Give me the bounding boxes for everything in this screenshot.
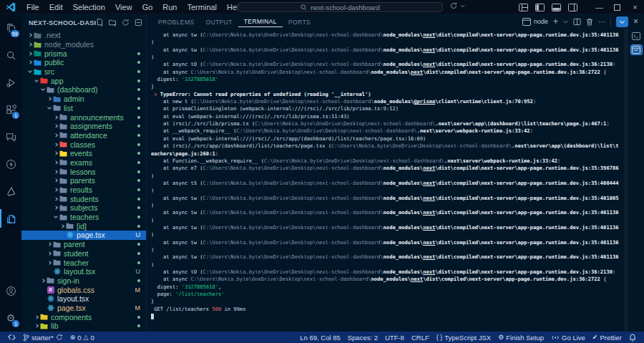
sync-dropdown-icon[interactable]: [449, 1, 458, 10]
new-file-icon[interactable]: [96, 19, 104, 26]
tree-item-lessons[interactable]: lessons: [21, 167, 146, 176]
new-terminal-button[interactable]: +: [553, 16, 558, 26]
tree-item-node_modules[interactable]: node_modules: [21, 40, 146, 49]
sync-icon[interactable]: [56, 334, 63, 341]
panel-tab-ports[interactable]: PORTS: [283, 16, 316, 27]
tree-item-attendance[interactable]: attendance: [21, 131, 146, 140]
account-icon[interactable]: [0, 277, 21, 304]
remote-indicator[interactable]: [4, 332, 19, 343]
menu-file[interactable]: File: [21, 3, 44, 11]
prettier-status[interactable]: ✔ Prettier: [589, 332, 625, 343]
command-center-search[interactable]: next-school-dashboard: [238, 2, 443, 12]
tree-item-classes[interactable]: classes: [21, 140, 146, 149]
terminal-instance-powershell-icon[interactable]: [630, 31, 643, 42]
maximize-button[interactable]: [608, 0, 626, 14]
tree-item-admin[interactable]: admin: [21, 95, 146, 104]
problems-summary[interactable]: ⊗ 0 △ 0: [67, 332, 98, 343]
minimize-button[interactable]: —: [590, 0, 608, 14]
tree-item-results[interactable]: results: [21, 185, 146, 195]
search-icon[interactable]: [0, 42, 21, 69]
terminal-select[interactable]: node: [522, 18, 548, 26]
toggle-panel-icon[interactable]: [552, 4, 561, 11]
tree-item-globals.css[interactable]: #globals.cssM: [21, 285, 146, 294]
terminal-instance-node-icon[interactable]: [630, 44, 643, 55]
settings-icon[interactable]: ⚙1: [0, 304, 21, 332]
close-button[interactable]: ×: [626, 0, 644, 14]
extensions-icon[interactable]: 1: [0, 96, 21, 123]
menu-run[interactable]: Run: [157, 3, 182, 11]
tree-item-sign-in[interactable]: sign-in: [21, 276, 146, 286]
restore-panel-size-button[interactable]: [616, 16, 628, 27]
tree-item-exams[interactable]: exams: [21, 158, 146, 168]
tree-item-lib[interactable]: lib: [21, 322, 146, 331]
refresh-icon[interactable]: [122, 19, 130, 26]
notifications-bell[interactable]: [625, 332, 640, 343]
terminal-output[interactable]: at async tw (C:\Users\Nokta.byte\OneDriv…: [147, 29, 628, 332]
tree-item-label: list: [64, 104, 73, 112]
toggle-secondary-sidebar-icon[interactable]: [568, 4, 577, 11]
tree-item-subjects[interactable]: subjects: [21, 203, 146, 213]
tree-item-.next[interactable]: .next: [21, 31, 146, 40]
indentation[interactable]: Spaces: 2: [344, 332, 381, 343]
tree-item-students[interactable]: students: [21, 194, 146, 203]
collapse-all-icon[interactable]: [135, 19, 142, 26]
tree-item-parents[interactable]: parents: [21, 176, 146, 185]
prisma-icon[interactable]: [0, 178, 21, 205]
tree-item-layout.tsx[interactable]: layout.tsx: [21, 294, 146, 304]
git-branch[interactable]: starter*: [19, 332, 67, 343]
panel-tab-terminal[interactable]: TERMINAL: [238, 16, 283, 27]
chevron-down-icon[interactable]: [460, 4, 465, 9]
menu-terminal[interactable]: Terminal: [182, 3, 223, 11]
menu-go[interactable]: Go: [137, 3, 158, 11]
menu-view[interactable]: View: [110, 3, 137, 11]
errors-icon: ⊗: [70, 334, 76, 341]
toggle-sidebar-icon[interactable]: [535, 4, 545, 11]
go-live[interactable]: Go Live: [547, 332, 589, 343]
terminal-line: at prismaClientSingleton (webpack-intern…: [151, 105, 628, 112]
tree-item-page.tsx[interactable]: page.tsxU: [21, 231, 146, 240]
more-actions-icon[interactable]: ···: [598, 18, 605, 26]
pages-icon[interactable]: [0, 205, 21, 232]
tree-item-app[interactable]: app: [21, 76, 146, 85]
tree-item-list[interactable]: list: [21, 104, 146, 113]
tree-item-teachers[interactable]: teachers: [21, 213, 146, 222]
tree-item-prisma[interactable]: prisma: [21, 49, 146, 58]
tree-item-label: teachers: [70, 213, 99, 221]
encoding[interactable]: UTF-8: [381, 332, 408, 343]
tree-item-events[interactable]: events: [21, 149, 146, 158]
language-mode[interactable]: { } TypeScript JSX: [433, 332, 494, 343]
tree-item-layout.tsx[interactable]: layout.tsxU: [21, 267, 146, 276]
menu-selection[interactable]: Selection: [68, 3, 110, 11]
new-folder-icon[interactable]: [109, 19, 117, 26]
activity-bar: 591⚙1: [0, 14, 21, 332]
run-debug-icon[interactable]: [0, 69, 21, 96]
tree-item-page.tsx[interactable]: page.tsxM: [21, 304, 146, 313]
cursor-position[interactable]: Ln 69, Col 85: [296, 332, 344, 343]
eol-sequence[interactable]: CRLF: [408, 332, 433, 343]
chat-icon[interactable]: [0, 123, 21, 150]
panel-tab-output[interactable]: OUTPUT: [200, 16, 238, 27]
finish-setup[interactable]: ⚙ Finish Setup: [494, 332, 547, 343]
tree-item-label: parents: [70, 176, 95, 185]
tree-item-src[interactable]: src: [21, 67, 146, 77]
split-terminal-icon[interactable]: [573, 18, 581, 26]
tree-item-(dashboard)[interactable]: (dashboard): [21, 85, 146, 95]
tree-item-parent[interactable]: parent: [21, 240, 146, 249]
tree-item-teacher[interactable]: teacher: [21, 258, 146, 267]
tree-item-components[interactable]: components: [21, 312, 146, 322]
tree-item-public[interactable]: public: [21, 58, 146, 67]
tree-item-student[interactable]: student: [21, 249, 146, 259]
tree-item-[id][interactable]: [id]: [21, 221, 146, 231]
tree-item-assignments[interactable]: assignments: [21, 122, 146, 131]
vscode-logo-icon: [6, 2, 16, 12]
tree-item-announcements[interactable]: announcements: [21, 112, 146, 122]
kill-terminal-trash-icon[interactable]: [586, 18, 593, 26]
close-panel-icon[interactable]: ×: [633, 16, 638, 26]
explorer-icon[interactable]: 59: [0, 14, 21, 42]
menu-edit[interactable]: Edit: [44, 3, 68, 11]
chevron-right-icon: [52, 143, 59, 146]
thunder-client-icon[interactable]: [0, 150, 21, 178]
terminal-launch-chevron-icon[interactable]: [563, 19, 568, 24]
customize-layout-icon[interactable]: [519, 4, 528, 11]
panel-tab-problems[interactable]: PROBLEMS: [152, 16, 200, 27]
